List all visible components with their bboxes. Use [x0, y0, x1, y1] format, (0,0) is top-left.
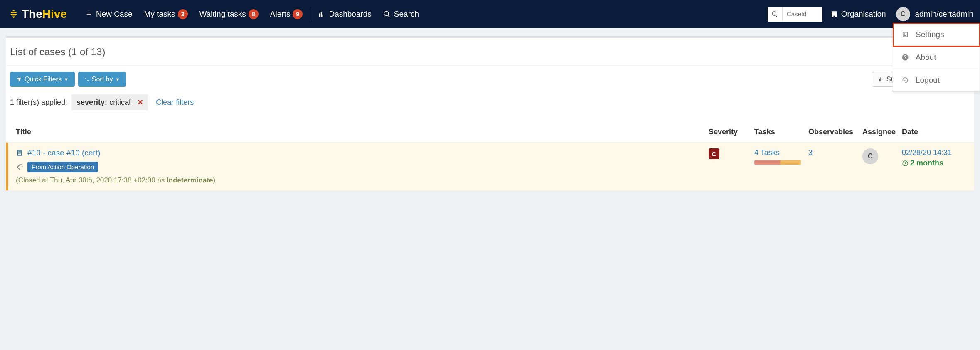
clear-filters-link[interactable]: Clear filters: [156, 98, 194, 107]
logout-icon: [901, 76, 909, 84]
user-dropdown: Settings About Logout: [893, 23, 980, 92]
row-age: 2 months: [902, 159, 964, 168]
nav-waiting-tasks[interactable]: Waiting tasks 8: [194, 6, 264, 22]
plus-icon: [85, 10, 93, 18]
clock-icon: [902, 160, 909, 167]
row-severity-cell: C: [709, 148, 754, 185]
sort-by-label: Sort by: [92, 76, 113, 83]
filter-chip-severity: severity: critical ✕: [71, 94, 148, 110]
logo-text-hive: Hive: [42, 7, 67, 21]
case-tag[interactable]: From Action Operation: [27, 162, 98, 172]
filter-chip-label: severity: critical: [76, 98, 131, 107]
nav-alerts[interactable]: Alerts 9: [264, 6, 309, 22]
filters-applied-text: 1 filter(s) applied:: [10, 98, 67, 107]
navbar: TheHive New Case My tasks 3 Waiting task…: [0, 0, 980, 28]
alerts-badge: 9: [293, 9, 303, 19]
hive-logo-icon: [8, 9, 19, 20]
question-circle-icon: [901, 54, 909, 61]
organisation-label: Organisation: [841, 10, 886, 19]
caseid-input[interactable]: [783, 7, 822, 22]
case-link-text: #10 - case #10 (cert): [27, 148, 100, 158]
row-observables-cell: 3: [808, 148, 862, 185]
nav-search[interactable]: Search: [377, 6, 425, 22]
bar-chart-icon: [318, 10, 325, 18]
nav-waiting-tasks-label: Waiting tasks: [199, 10, 246, 19]
search-icon: [383, 10, 391, 18]
tags-icon: [16, 163, 23, 171]
nav-divider: [310, 8, 310, 20]
row-assignee-cell: C: [862, 148, 902, 185]
case-icon: [16, 149, 23, 157]
col-date: Date: [902, 128, 964, 136]
dropdown-settings-label: Settings: [916, 30, 944, 39]
row-date-cell: 02/28/20 14:31 2 months: [902, 148, 964, 185]
observables-link[interactable]: 3: [808, 148, 813, 157]
cases-panel: List of cases (1 of 13) Quick Filters ▼ …: [6, 36, 974, 190]
navbar-right: Organisation C admin/certadmin: [768, 7, 976, 22]
table-header: Title Severity Tasks Observables Assigne…: [6, 122, 974, 143]
nav-new-case-label: New Case: [96, 10, 133, 19]
nav-my-tasks-label: My tasks: [144, 10, 175, 19]
nav-new-case[interactable]: New Case: [79, 6, 138, 22]
my-tasks-badge: 3: [178, 9, 188, 19]
logo[interactable]: TheHive: [8, 7, 67, 21]
avatar: C: [896, 7, 910, 21]
closed-note: (Closed at Thu, Apr 30th, 2020 17:38 +02…: [16, 176, 709, 185]
nav-items: New Case My tasks 3 Waiting tasks 8 Aler…: [79, 6, 425, 22]
organisation-menu[interactable]: Organisation: [830, 10, 886, 19]
sort-by-button[interactable]: Sort by ▼: [78, 72, 126, 87]
caret-down-icon: ▼: [115, 77, 120, 82]
nav-dashboards-label: Dashboards: [329, 10, 371, 19]
dropdown-settings[interactable]: Settings: [893, 23, 980, 46]
case-link[interactable]: #10 - case #10 (cert): [16, 148, 709, 158]
tasks-progress-bar: [754, 160, 801, 165]
logo-text-the: The: [22, 7, 42, 21]
col-title: Title: [16, 128, 709, 136]
row-title-cell: #10 - case #10 (cert) From Action Operat…: [16, 148, 709, 185]
nav-alerts-label: Alerts: [270, 10, 291, 19]
quick-filters-button[interactable]: Quick Filters ▼: [10, 72, 75, 87]
sort-icon: [84, 76, 89, 82]
tasks-bar-seg2: [780, 160, 801, 165]
caret-down-icon: ▼: [64, 77, 69, 82]
severity-badge: C: [709, 148, 719, 159]
assignee-avatar[interactable]: C: [862, 148, 878, 164]
search-icon[interactable]: [768, 7, 783, 22]
content: List of cases (1 of 13) Quick Filters ▼ …: [0, 28, 980, 199]
caseid-search: [768, 7, 822, 22]
table-row: #10 - case #10 (cert) From Action Operat…: [6, 143, 974, 190]
col-observables: Observables: [808, 128, 862, 136]
bar-chart-icon: [878, 76, 884, 82]
tasks-link[interactable]: 4 Tasks: [754, 148, 808, 157]
user-menu[interactable]: C admin/certadmin: [896, 7, 976, 21]
filter-icon: [16, 76, 22, 82]
id-card-icon: [901, 31, 909, 38]
col-tasks: Tasks: [754, 128, 808, 136]
building-icon: [830, 10, 838, 18]
row-date: 02/28/20 14:31: [902, 148, 964, 157]
panel-title: List of cases (1 of 13): [6, 38, 974, 66]
user-name: admin/certadmin: [915, 10, 973, 19]
assignee-initial: C: [868, 153, 873, 160]
dropdown-logout-label: Logout: [916, 76, 940, 85]
tasks-bar-seg1: [754, 160, 780, 165]
quick-filters-label: Quick Filters: [25, 76, 62, 83]
toolbar: Quick Filters ▼ Sort by ▼ Stats: [6, 66, 974, 93]
nav-my-tasks[interactable]: My tasks 3: [138, 6, 194, 22]
dropdown-logout[interactable]: Logout: [893, 69, 980, 91]
dropdown-about[interactable]: About: [893, 46, 980, 69]
row-age-text: 2 months: [910, 159, 943, 168]
nav-dashboards[interactable]: Dashboards: [312, 6, 377, 22]
filter-row: 1 filter(s) applied: severity: critical …: [6, 93, 974, 122]
tag-row: From Action Operation: [16, 162, 709, 172]
waiting-tasks-badge: 8: [249, 9, 259, 19]
avatar-initial: C: [901, 10, 906, 18]
row-tasks-cell: 4 Tasks: [754, 148, 808, 185]
nav-search-label: Search: [394, 10, 419, 19]
col-severity: Severity: [709, 128, 754, 136]
dropdown-about-label: About: [916, 53, 936, 62]
remove-filter-icon[interactable]: ✕: [137, 98, 143, 107]
col-assignee: Assignee: [862, 128, 902, 136]
